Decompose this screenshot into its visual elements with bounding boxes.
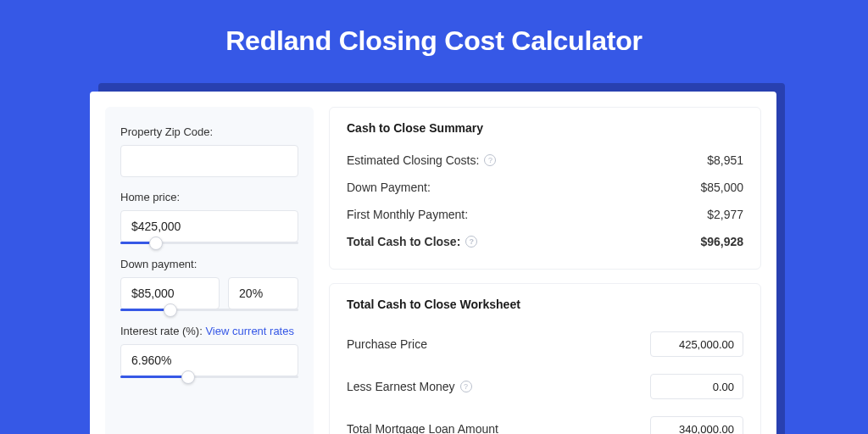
summary-heading: Cash to Close Summary — [347, 121, 743, 135]
view-rates-link[interactable]: View current rates — [205, 325, 294, 337]
worksheet-row-input[interactable] — [650, 374, 743, 399]
worksheet-row-label: Total Mortgage Loan Amount — [347, 422, 498, 434]
summary-total-label: Total Cash to Close: — [347, 235, 460, 248]
worksheet-row: Less Earnest Money ? — [347, 365, 743, 408]
info-icon[interactable]: ? — [460, 381, 472, 392]
worksheet-row: Total Mortgage Loan Amount — [347, 408, 743, 434]
field-interest-rate: Interest rate (%): View current rates — [120, 325, 298, 378]
interest-rate-slider[interactable] — [120, 376, 298, 378]
field-home-price: Home price: — [120, 191, 298, 244]
worksheet-panel: Total Cash to Close Worksheet Purchase P… — [329, 283, 761, 434]
summary-row: First Monthly Payment: $2,977 — [347, 201, 743, 228]
summary-row-value: $85,000 — [700, 181, 743, 194]
summary-panel: Cash to Close Summary Estimated Closing … — [329, 107, 761, 270]
summary-row: Down Payment: $85,000 — [347, 174, 743, 201]
info-icon[interactable]: ? — [484, 154, 496, 166]
worksheet-row-label: Purchase Price — [347, 337, 427, 351]
home-price-input[interactable] — [120, 210, 298, 242]
home-price-label: Home price: — [120, 191, 298, 203]
worksheet-heading: Total Cash to Close Worksheet — [347, 298, 743, 311]
summary-total-value: $96,928 — [700, 235, 743, 248]
results-column: Cash to Close Summary Estimated Closing … — [329, 107, 761, 434]
zip-label: Property Zip Code: — [120, 125, 298, 138]
field-zip: Property Zip Code: — [120, 125, 298, 177]
worksheet-row-input[interactable] — [650, 331, 743, 357]
zip-input[interactable] — [120, 145, 298, 177]
worksheet-row: Purchase Price — [347, 323, 743, 365]
summary-row: Estimated Closing Costs: ? $8,951 — [347, 147, 743, 174]
calculator-card: Property Zip Code: Home price: Down paym… — [90, 92, 776, 434]
summary-row-value: $8,951 — [707, 153, 743, 167]
info-icon[interactable]: ? — [465, 236, 477, 248]
summary-row-label: First Monthly Payment: — [347, 208, 468, 221]
summary-row-value: $2,977 — [707, 208, 743, 221]
interest-rate-input[interactable] — [120, 344, 298, 376]
down-payment-pct-input[interactable] — [228, 277, 298, 309]
page-title: Redland Closing Cost Calculator — [0, 0, 868, 72]
home-price-slider[interactable] — [120, 242, 298, 244]
down-payment-slider[interactable] — [120, 309, 298, 311]
field-down-payment: Down payment: — [120, 258, 298, 311]
inputs-panel: Property Zip Code: Home price: Down paym… — [105, 107, 314, 434]
summary-row-label: Down Payment: — [347, 181, 431, 194]
interest-rate-label: Interest rate (%): View current rates — [120, 325, 298, 337]
worksheet-row-input[interactable] — [650, 416, 743, 434]
summary-row-label: Estimated Closing Costs: — [347, 153, 479, 167]
summary-total-row: Total Cash to Close: ? $96,928 — [347, 228, 743, 255]
down-payment-label: Down payment: — [120, 258, 298, 270]
worksheet-row-label: Less Earnest Money — [347, 380, 455, 393]
